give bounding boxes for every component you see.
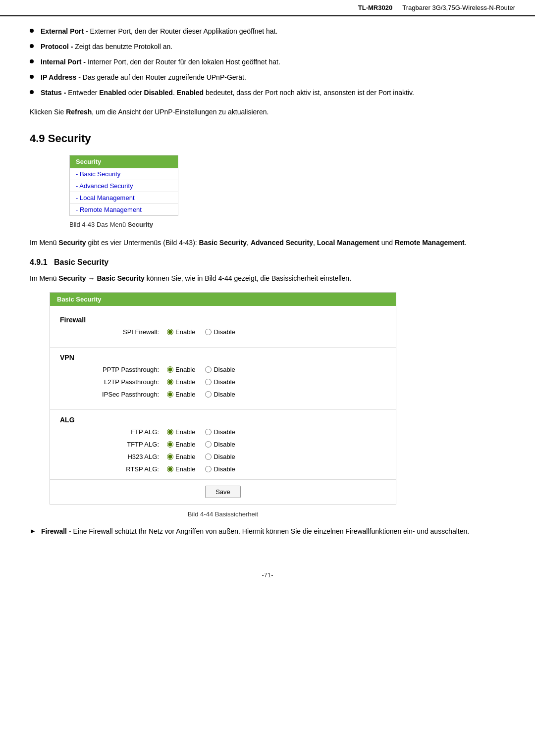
security-menu-box: Security - Basic Security - Advanced Sec…: [69, 155, 178, 216]
l2tp-disable-radio[interactable]: [205, 379, 212, 385]
firewall-section: Firewall SPI Firewall: Enable Disable: [50, 313, 396, 342]
ipsec-row: IPSec Passthrough: Enable Disable: [50, 388, 396, 401]
firewall-label: Firewall: [50, 313, 396, 326]
list-item: External Port - Externer Port, den der R…: [30, 26, 505, 37]
pptp-disable-label[interactable]: Disable: [205, 366, 235, 373]
figure-caption-43: Bild 4-43 Das Menü Security: [69, 221, 505, 228]
subsection-heading: 4.9.1 Basic Security: [30, 258, 505, 267]
form-panel-header: Basic Security: [50, 293, 396, 306]
intro-paragraph: Im Menü Security gibt es vier Untermenüs…: [30, 237, 505, 248]
rtsp-alg-row: RTSP ALG: Enable Disable: [50, 463, 396, 475]
h323-alg-controls: Enable Disable: [167, 453, 235, 460]
ipsec-disable-label[interactable]: Disable: [205, 391, 235, 398]
subsection-intro: Im Menü Security → Basic Security können…: [30, 273, 505, 284]
rtsp-disable-radio[interactable]: [205, 466, 212, 472]
header-title: Tragbarer 3G/3,75G-Wireless-N-Router: [402, 4, 515, 11]
list-item: Internal Port - Interner Port, den der R…: [30, 57, 505, 67]
ipsec-label: IPSec Passthrough:: [80, 391, 159, 398]
menu-item-basic-security[interactable]: - Basic Security: [70, 168, 178, 180]
menu-item-local-management[interactable]: - Local Management: [70, 192, 178, 203]
ftp-enable-label[interactable]: Enable: [167, 428, 195, 436]
ftp-alg-row: FTP ALG: Enable Disable: [50, 426, 396, 438]
save-button[interactable]: Save: [205, 486, 241, 498]
menu-box-header: Security: [70, 155, 178, 168]
tftp-alg-row: TFTP ALG: Enable Disable: [50, 438, 396, 451]
tftp-enable-radio[interactable]: [167, 441, 173, 448]
rtsp-enable-label[interactable]: Enable: [167, 465, 195, 473]
h323-disable-radio[interactable]: [205, 454, 212, 460]
page-wrapper: TL-MR3020 Tragbarer 3G/3,75G-Wireless-N-…: [0, 0, 535, 584]
ftp-alg-controls: Enable Disable: [167, 428, 235, 436]
h323-alg-label: H323 ALG:: [80, 453, 159, 460]
h323-enable-radio[interactable]: [167, 454, 173, 460]
spi-disable-label[interactable]: Disable: [205, 328, 235, 336]
page-number: -71-: [0, 561, 535, 584]
l2tp-disable-label[interactable]: Disable: [205, 378, 235, 386]
ftp-enable-radio[interactable]: [167, 429, 173, 435]
ipsec-enable-label[interactable]: Enable: [167, 391, 195, 398]
firewall-bullet: ► Firewall - Eine Firewall schützt Ihr N…: [30, 526, 505, 537]
l2tp-label: L2TP Passthrough:: [80, 378, 159, 386]
ipsec-disable-radio[interactable]: [205, 391, 212, 398]
vpn-section: VPN PPTP Passthrough: Enable Disable: [50, 351, 396, 404]
list-item: Status - Entweder Enabled oder Disabled.…: [30, 88, 505, 98]
spi-enable-radio[interactable]: [167, 329, 173, 335]
h323-alg-row: H323 ALG: Enable Disable: [50, 451, 396, 463]
spi-firewall-controls: Enable Disable: [167, 328, 235, 336]
bullet-icon: [30, 44, 34, 48]
rtsp-enable-radio[interactable]: [167, 466, 173, 472]
tftp-alg-label: TFTP ALG:: [80, 441, 159, 448]
spi-firewall-row: SPI Firewall: Enable Disable: [50, 326, 396, 338]
spi-firewall-label: SPI Firewall:: [80, 328, 159, 336]
bullet-list: External Port - Externer Port, den der R…: [30, 26, 505, 98]
pptp-disable-radio[interactable]: [205, 366, 212, 373]
content-area: External Port - Externer Port, den der R…: [0, 26, 535, 561]
h323-enable-label[interactable]: Enable: [167, 453, 195, 460]
figure-caption-44: Bild 4-44 Basissicherheit: [50, 510, 396, 518]
ipsec-enable-radio[interactable]: [167, 391, 173, 398]
divider-1: [50, 347, 396, 348]
ftp-alg-label: FTP ALG:: [80, 428, 159, 436]
pptp-label: PPTP Passthrough:: [80, 366, 159, 373]
l2tp-controls: Enable Disable: [167, 378, 235, 386]
refresh-note: Klicken Sie Refresh, um die Ansicht der …: [30, 107, 505, 117]
list-item: IP Address - Das gerade auf den Router z…: [30, 72, 505, 83]
bullet-icon: [30, 75, 34, 79]
pptp-enable-label[interactable]: Enable: [167, 366, 195, 373]
rtsp-alg-controls: Enable Disable: [167, 465, 235, 473]
pptp-enable-radio[interactable]: [167, 366, 173, 373]
ftp-disable-radio[interactable]: [205, 429, 212, 435]
ftp-disable-label[interactable]: Disable: [205, 428, 235, 436]
spi-enable-label[interactable]: Enable: [167, 328, 195, 336]
vpn-label: VPN: [50, 351, 396, 363]
tftp-disable-label[interactable]: Disable: [205, 441, 235, 448]
l2tp-enable-radio[interactable]: [167, 379, 173, 385]
alg-section: ALG FTP ALG: Enable Disable: [50, 413, 396, 479]
rtsp-alg-label: RTSP ALG:: [80, 465, 159, 473]
form-panel-body: Firewall SPI Firewall: Enable Disable: [50, 306, 396, 504]
arrow-icon: ►: [30, 526, 36, 537]
bullet-icon: [30, 29, 34, 33]
bullet-icon: [30, 59, 34, 63]
list-item: Protocol - Zeigt das benutzte Protokoll …: [30, 42, 505, 52]
menu-item-remote-management[interactable]: - Remote Management: [70, 203, 178, 215]
form-footer: Save: [50, 479, 396, 504]
pptp-controls: Enable Disable: [167, 366, 235, 373]
tftp-disable-radio[interactable]: [205, 441, 212, 448]
spi-disable-radio[interactable]: [205, 329, 212, 335]
h323-disable-label[interactable]: Disable: [205, 453, 235, 460]
tftp-enable-label[interactable]: Enable: [167, 441, 195, 448]
ipsec-controls: Enable Disable: [167, 391, 235, 398]
l2tp-enable-label[interactable]: Enable: [167, 378, 195, 386]
alg-label: ALG: [50, 413, 396, 426]
header-model: TL-MR3020: [358, 4, 392, 11]
divider-2: [50, 409, 396, 410]
menu-item-advanced-security[interactable]: - Advanced Security: [70, 180, 178, 192]
page-header: TL-MR3020 Tragbarer 3G/3,75G-Wireless-N-…: [0, 0, 535, 16]
tftp-alg-controls: Enable Disable: [167, 441, 235, 448]
section-heading: 4.9 Security: [30, 132, 505, 145]
basic-security-panel: Basic Security Firewall SPI Firewall: En…: [50, 292, 396, 504]
l2tp-row: L2TP Passthrough: Enable Disable: [50, 376, 396, 388]
rtsp-disable-label[interactable]: Disable: [205, 465, 235, 473]
pptp-row: PPTP Passthrough: Enable Disable: [50, 363, 396, 376]
